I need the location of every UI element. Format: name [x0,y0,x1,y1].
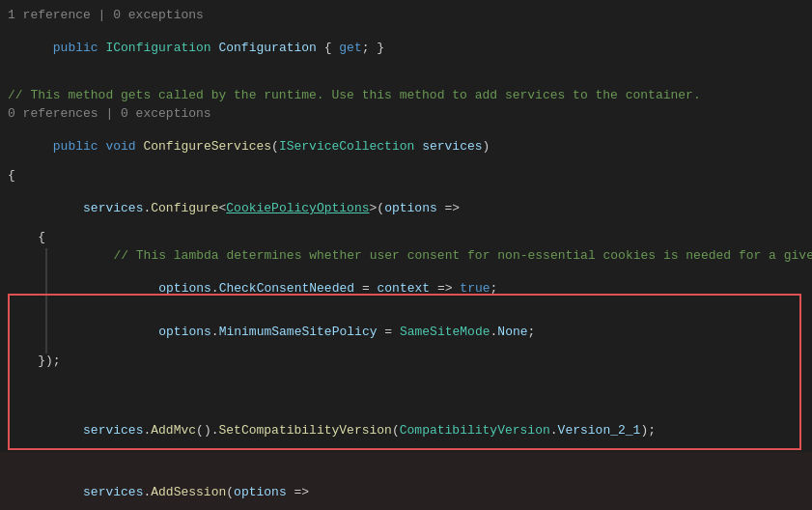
comment-line-10: // This lambda determines whether user c… [53,248,812,263]
line-1: 1 reference | 0 exceptions [0,8,812,26]
line-9: { [0,230,812,248]
line-15 [0,390,812,409]
line-4: // This method gets called by the runtim… [0,88,812,106]
code-line-8: services.Configure<CookiePolicyOptions>(… [8,186,804,230]
line-17 [0,452,812,470]
line-16: services.AddMvc().SetCompatibilityVersio… [0,409,812,452]
code-line-11: options.CheckConsentNeeded = context => … [53,267,804,310]
line-12: options.MinimumSameSitePolicy = SameSite… [45,310,812,354]
code-line-12: options.MinimumSameSitePolicy = SameSite… [53,310,804,354]
line-8: services.Configure<CookiePolicyOptions>(… [0,186,812,230]
ref-text-2: 0 references | 0 exceptions [8,106,804,121]
ref-text: 1 reference | 0 exceptions [8,8,804,22]
line-11: options.CheckConsentNeeded = context => … [45,267,812,310]
line-3 [0,70,812,88]
line-6: public void ConfigureServices(IServiceCo… [0,125,812,168]
line-2: public IConfiguration Configuration { ge… [0,26,812,70]
line-10: // This lambda determines whether user c… [45,248,812,267]
code-line-2: public IConfiguration Configuration { ge… [8,26,804,70]
line-18: services.AddSession(options => [0,470,812,510]
code-line-16: services.AddMvc().SetCompatibilityVersio… [8,409,804,452]
code-line-9: { [8,230,804,244]
line-14 [0,372,812,390]
code-editor: 1 reference | 0 exceptions public IConfi… [0,0,812,510]
comment-line-4: // This method gets called by the runtim… [8,88,804,102]
code-line-18: services.AddSession(options => [8,470,804,510]
code-line-6: public void ConfigureServices(IServiceCo… [8,125,804,168]
line-7: { [0,168,812,186]
line-5: 0 references | 0 exceptions [0,106,812,125]
code-line-7: { [8,168,804,183]
code-line-13: }); [8,354,804,368]
line-13: }); [0,354,812,372]
